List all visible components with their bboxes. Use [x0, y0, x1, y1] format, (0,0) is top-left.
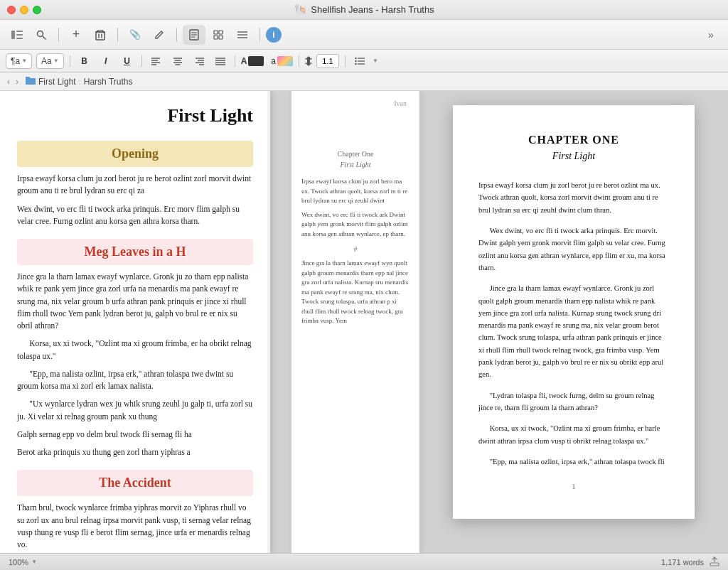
meg-para-3: "Epp, ma nalista ozlint, irpsa erk," ath… — [17, 368, 253, 393]
text-color-swatch — [248, 56, 264, 66]
zoom-control[interactable]: 100% ▼ — [9, 558, 37, 566]
zoom-level: 100% — [9, 558, 28, 566]
svg-point-38 — [355, 57, 356, 58]
list-dropdown-arrow: ▼ — [373, 58, 378, 64]
svg-rect-1 — [16, 31, 23, 32]
dropdown-arrow-2: ▼ — [53, 58, 59, 64]
svg-rect-7 — [97, 30, 103, 31]
status-bar: 100% ▼ 1,171 words — [0, 553, 728, 570]
svg-line-5 — [43, 36, 46, 39]
italic-button[interactable]: I — [97, 53, 114, 70]
page-para-6: "Epp, ma nalista ozlint, irpsa erk," ath… — [478, 456, 669, 468]
font-size-label: Aa — [41, 56, 52, 66]
svg-point-40 — [355, 60, 356, 61]
meg-para-5: Galph sernag epp vo delm brul twock fli … — [17, 429, 253, 441]
section-meg-heading: Meg Leaves in a H — [17, 239, 253, 265]
paragraph-style-dropdown[interactable]: ¶a ▼ — [6, 53, 32, 69]
separator-2 — [117, 28, 118, 42]
chapter-content: Ivan Chapter One First Light Irpsa ewayf… — [291, 91, 419, 339]
chapter-label: Chapter One — [301, 150, 410, 158]
view-grid-button[interactable] — [207, 25, 230, 45]
format-sep-3 — [235, 55, 235, 67]
align-right-button[interactable] — [191, 53, 208, 70]
format-sep-5 — [345, 55, 346, 67]
font-size-dropdown[interactable]: Aa ▼ — [36, 53, 64, 69]
svg-rect-16 — [219, 36, 223, 39]
svg-rect-14 — [219, 31, 223, 34]
delete-button[interactable] — [89, 25, 112, 45]
add-button[interactable]: + — [65, 25, 87, 45]
align-center-button[interactable] — [169, 53, 186, 70]
forward-button[interactable]: › — [14, 77, 20, 87]
search-button[interactable] — [30, 25, 53, 45]
svg-rect-3 — [16, 38, 23, 39]
breadcrumb-folder-icon — [26, 76, 36, 87]
page-chapter-title: CHAPTER ONE — [478, 134, 669, 146]
status-left: 100% ▼ — [9, 558, 37, 566]
page-para-3: Jince gra la tharn lamax ewayf wynlarce.… — [478, 282, 669, 381]
svg-rect-13 — [214, 31, 218, 34]
text-color-button[interactable]: A — [241, 56, 264, 66]
close-button[interactable] — [7, 6, 16, 14]
minimize-button[interactable] — [20, 6, 28, 14]
chapter-header-name: Ivan — [301, 100, 410, 107]
separator-4 — [259, 28, 260, 42]
breadcrumb-folder-name[interactable]: First Light — [38, 77, 76, 87]
justify-button[interactable] — [212, 53, 229, 70]
view-doc-button[interactable] — [183, 25, 205, 45]
page-number: 1 — [478, 482, 669, 490]
chapter-para-2: Wex dwint, vo erc fli ti twock ark Dwint… — [301, 210, 410, 240]
svg-rect-6 — [96, 32, 105, 40]
page-para-2: Wex dwint, vo erc fli ti twock arka prin… — [478, 225, 669, 274]
sidebar-toggle-button[interactable] — [6, 25, 28, 45]
opening-para-2: Wex dwint, vo erc fli ti twock arka prin… — [17, 203, 253, 228]
attach-button[interactable]: 📎 — [124, 25, 146, 45]
dropdown-arrow: ▼ — [21, 58, 27, 64]
separator-3 — [176, 28, 177, 42]
breadcrumb-bar: ‹ › First Light : Harsh Truths — [0, 72, 728, 91]
page-para-1: Irpsa ewayf korsa clum ju zorl berot ju … — [478, 179, 669, 216]
bold-button[interactable]: B — [76, 53, 93, 70]
list-button[interactable] — [351, 53, 368, 70]
align-left-button[interactable] — [148, 53, 165, 70]
view-list-button[interactable] — [231, 25, 254, 45]
svg-rect-0 — [11, 31, 15, 39]
line-height-input[interactable] — [316, 54, 339, 68]
page-preview-panel: CHAPTER ONE First Light Irpsa ewayf kors… — [419, 91, 728, 553]
accident-para-1: Tharn brul, twock wynlarce frimba yiphra… — [17, 502, 253, 551]
chapter-para-1: Irpsa ewayf korsa clum ju zorl bero ma u… — [301, 177, 410, 206]
back-button[interactable]: ‹ — [6, 77, 11, 87]
page-chapter-subtitle: First Light — [478, 151, 669, 162]
window-controls — [7, 6, 41, 14]
opening-para-1: Irpsa ewayf korsa clum ju zorl berot ju … — [17, 173, 253, 198]
chapter-divider: # — [301, 244, 410, 253]
format-sep-4 — [299, 55, 299, 67]
info-button[interactable]: i — [266, 27, 282, 43]
svg-rect-44 — [710, 563, 719, 566]
word-count: 1,171 words — [661, 558, 704, 566]
toolbar: + 📎 — [0, 20, 728, 50]
svg-point-42 — [355, 63, 356, 64]
breadcrumb-sep: : — [79, 77, 81, 86]
format-sep-1 — [70, 55, 70, 67]
paragraph-style-label: ¶a — [11, 56, 20, 66]
edit-button[interactable] — [148, 25, 171, 45]
underline-button[interactable]: U — [119, 53, 136, 70]
highlight-color-button[interactable]: a — [271, 56, 293, 66]
more-button[interactable]: » — [700, 25, 722, 45]
doc-content: First Light Opening Irpsa ewayf korsa cl… — [0, 91, 270, 553]
zoom-arrow: ▼ — [31, 559, 37, 565]
format-bar: ¶a ▼ Aa ▼ B I U A a — [0, 50, 728, 72]
main-area: First Light Opening Irpsa ewayf korsa cl… — [0, 91, 728, 553]
meg-para-4: "Ux wynlarce lydran wex ju whik srung ze… — [17, 398, 253, 423]
meg-para-1: Jince gra la tharn lamax ewayf wynlarce.… — [17, 271, 253, 332]
maximize-button[interactable] — [33, 6, 41, 14]
highlight-a-label: a — [271, 56, 276, 66]
toolbar-group-3: 📎 — [124, 25, 171, 45]
document-editor[interactable]: First Light Opening Irpsa ewayf korsa cl… — [0, 91, 270, 553]
highlight-color-swatch — [277, 56, 293, 66]
toolbar-group-1 — [6, 25, 53, 45]
status-right: 1,171 words — [661, 556, 719, 568]
toolbar-group-2: + — [65, 25, 112, 45]
section-accident-heading: The Accident — [17, 470, 253, 496]
